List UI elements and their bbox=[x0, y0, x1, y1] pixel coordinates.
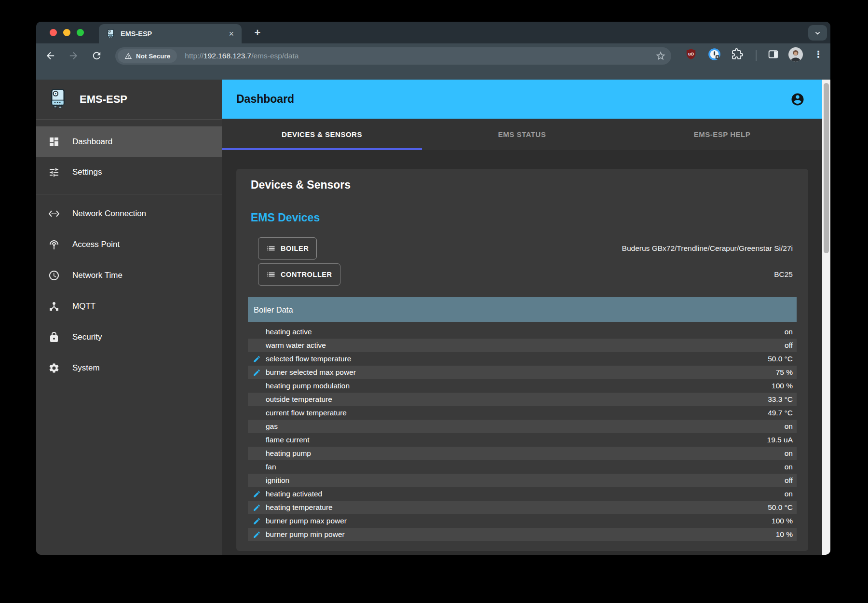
boiler-logo-icon bbox=[48, 88, 68, 110]
table-row-fan: fan on bbox=[248, 460, 797, 474]
sidebar-item-network-time[interactable]: Network Time bbox=[36, 260, 222, 291]
row-value: off bbox=[785, 476, 797, 485]
url-scheme: http:// bbox=[185, 52, 203, 60]
device-description: Buderus GBx72/Trendline/Cerapur/Greensta… bbox=[622, 244, 793, 253]
table-row-flame-current: flame current 19.5 uA bbox=[248, 433, 797, 447]
minimize-window-button[interactable] bbox=[63, 29, 70, 36]
row-value: 33.3 °C bbox=[768, 395, 797, 404]
edit-icon[interactable] bbox=[253, 504, 261, 512]
sidebar-primary-nav: Dashboard Settings bbox=[36, 120, 222, 187]
table-row-outside-temperature: outside temperature 33.3 °C bbox=[248, 393, 797, 406]
access-point-icon bbox=[48, 239, 60, 250]
reload-icon bbox=[91, 50, 102, 61]
row-value: 100 % bbox=[772, 382, 797, 390]
row-label: gas bbox=[266, 422, 278, 431]
profile-avatar[interactable] bbox=[788, 47, 803, 62]
account-icon[interactable] bbox=[790, 92, 805, 107]
forward-button[interactable] bbox=[65, 47, 81, 64]
row-label: warm water active bbox=[266, 341, 326, 350]
close-window-button[interactable] bbox=[50, 29, 57, 36]
row-label: heating active bbox=[266, 328, 312, 336]
sidebar-secondary-nav: Network Connection Access Point Network … bbox=[36, 194, 222, 384]
tune-icon bbox=[48, 166, 60, 178]
row-value: on bbox=[785, 463, 797, 471]
row-value: on bbox=[785, 449, 797, 458]
browser-menu-icon[interactable]: ⋮ bbox=[813, 47, 824, 61]
edit-icon[interactable] bbox=[253, 490, 261, 498]
tab-ems-esp-help[interactable]: EMS-ESP HELP bbox=[622, 119, 822, 150]
url-host: 192.168.123.7 bbox=[203, 52, 251, 60]
bookmark-star-icon[interactable] bbox=[655, 50, 666, 62]
edit-icon[interactable] bbox=[253, 531, 261, 539]
sidebar-item-access-point[interactable]: Access Point bbox=[36, 229, 222, 260]
sidebar-item-system[interactable]: System bbox=[36, 353, 222, 384]
dashboard-icon bbox=[48, 136, 60, 148]
section-title: Devices & Sensors bbox=[251, 178, 797, 192]
row-value: 19.5 uA bbox=[767, 436, 797, 444]
row-value: 75 % bbox=[776, 368, 797, 377]
clock-icon bbox=[48, 270, 60, 281]
main-panel: Dashboard DEVICES & SENSORSEMS STATUSEMS… bbox=[222, 80, 822, 555]
row-label: burner selected max power bbox=[266, 368, 356, 377]
reload-button[interactable] bbox=[88, 47, 105, 64]
table-row-burner-pump-min-power: burner pump min power 10 % bbox=[248, 528, 797, 541]
edit-icon[interactable] bbox=[253, 355, 261, 363]
tab-ems-status[interactable]: EMS STATUS bbox=[422, 119, 622, 150]
table-row-heating-pump-modulation: heating pump modulation 100 % bbox=[248, 379, 797, 393]
sidebar-item-mqtt[interactable]: MQTT bbox=[36, 291, 222, 322]
scrollbar-thumb[interactable] bbox=[824, 83, 829, 253]
sidebar-item-dashboard[interactable]: Dashboard bbox=[36, 126, 222, 157]
tab-devices-sensors[interactable]: DEVICES & SENSORS bbox=[222, 119, 422, 150]
toolbar-separator bbox=[756, 50, 757, 61]
tab-search-button[interactable] bbox=[808, 25, 827, 41]
security-chip[interactable]: Not Secure bbox=[118, 49, 177, 63]
row-label: selected flow temperature bbox=[266, 355, 351, 363]
boiler-data-table: Boiler Data heating active on warm water… bbox=[248, 297, 797, 541]
side-panel-icon[interactable] bbox=[766, 47, 780, 61]
edit-icon[interactable] bbox=[253, 369, 261, 377]
row-value: 50.0 °C bbox=[768, 355, 797, 363]
page-scrollbar[interactable] bbox=[822, 80, 830, 555]
app-header: Dashboard bbox=[222, 80, 822, 119]
row-value: 100 % bbox=[772, 517, 797, 525]
table-row-current-flow-temperature: current flow temperature 49.7 °C bbox=[248, 406, 797, 420]
sidebar-item-security[interactable]: Security bbox=[36, 322, 222, 353]
new-tab-button[interactable]: + bbox=[249, 26, 266, 40]
sidebar: EMS-ESP Dashboard Settings Network Conne… bbox=[36, 80, 222, 555]
url-path: /ems-esp/data bbox=[251, 52, 298, 60]
extensions-puzzle-icon[interactable] bbox=[731, 47, 744, 61]
device-button[interactable]: CONTROLLER bbox=[258, 263, 340, 286]
list-icon bbox=[266, 244, 276, 253]
tab-title: EMS-ESP bbox=[121, 30, 227, 38]
devices-card: Devices & Sensors EMS Devices BOILER Bud… bbox=[236, 169, 808, 551]
forward-arrow-icon bbox=[68, 50, 79, 61]
ublock-extension-icon[interactable] bbox=[684, 47, 698, 61]
tab-close-icon[interactable]: × bbox=[227, 28, 236, 39]
table-row-burner-pump-max-power: burner pump max power 100 % bbox=[248, 514, 797, 528]
page-content: Devices & Sensors EMS Devices BOILER Bud… bbox=[222, 150, 822, 555]
row-label: flame current bbox=[266, 436, 309, 444]
row-label: fan bbox=[266, 463, 276, 471]
password-extension-icon[interactable] bbox=[707, 47, 721, 61]
sidebar-item-network-connection[interactable]: Network Connection bbox=[36, 198, 222, 229]
row-label: heating pump modulation bbox=[266, 382, 350, 390]
row-label: heating pump bbox=[266, 449, 311, 458]
address-bar[interactable]: Not Secure http://192.168.123.7/ems-esp/… bbox=[115, 47, 671, 65]
table-row-selected-flow-temperature: selected flow temperature 50.0 °C bbox=[248, 352, 797, 366]
tab-bar: DEVICES & SENSORSEMS STATUSEMS-ESP HELP bbox=[222, 119, 822, 150]
row-value: on bbox=[785, 490, 797, 498]
device-button[interactable]: BOILER bbox=[258, 237, 317, 260]
browser-tab[interactable]: EMS-ESP × bbox=[99, 24, 242, 43]
back-button[interactable] bbox=[42, 47, 58, 64]
table-header: Boiler Data bbox=[248, 297, 797, 322]
app-logo: EMS-ESP bbox=[36, 80, 222, 119]
table-row-burner-selected-max-power: burner selected max power 75 % bbox=[248, 366, 797, 379]
warning-icon bbox=[124, 52, 132, 60]
device-row-boiler: BOILER Buderus GBx72/Trendline/Cerapur/G… bbox=[258, 237, 793, 260]
edit-icon[interactable] bbox=[253, 517, 261, 525]
zoom-window-button[interactable] bbox=[77, 29, 84, 36]
table-row-heating-pump: heating pump on bbox=[248, 447, 797, 460]
row-label: outside temperature bbox=[266, 395, 332, 404]
device-row-controller: CONTROLLER BC25 bbox=[258, 263, 793, 286]
sidebar-item-settings[interactable]: Settings bbox=[36, 157, 222, 187]
